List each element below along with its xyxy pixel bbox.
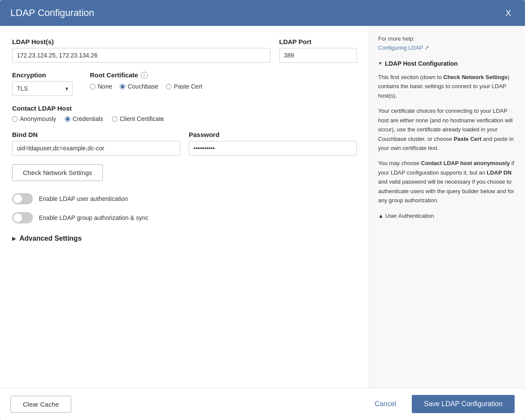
footer-right-actions: Cancel Save LDAP Configuration xyxy=(368,395,515,413)
advanced-label: Advanced Settings xyxy=(19,235,82,242)
main-form-area: LDAP Host(s) LDAP Port Encryption None T… xyxy=(0,26,369,388)
sidebar: For more help: Configuring LDAP ↗ ▼ LDAP… xyxy=(369,26,525,388)
ldap-port-input[interactable] xyxy=(279,48,357,63)
password-group: Password xyxy=(189,131,357,156)
contact-client-cert-option[interactable]: Client Certificate xyxy=(112,115,164,122)
configuring-ldap-link[interactable]: Configuring LDAP ↗ xyxy=(378,45,429,51)
enable-auth-label: Enable LDAP user authentication xyxy=(39,195,128,202)
root-cert-label: Root Certificate xyxy=(90,71,138,79)
contact-anon-label: Anonymously xyxy=(20,115,56,122)
sidebar-collapse-icon: ▼ xyxy=(378,60,382,67)
sidebar-body-3: You may choose Contact LDAP host anonymo… xyxy=(378,159,516,205)
encryption-select[interactable]: None TLS StartTLS xyxy=(12,81,73,96)
enable-group-row: Enable LDAP group authorization & sync xyxy=(12,212,357,223)
sidebar-body-2: Your certificate choices for connecting … xyxy=(378,106,516,153)
contact-credentials-option[interactable]: Credentials xyxy=(65,115,103,122)
save-button[interactable]: Save LDAP Configuration xyxy=(412,395,515,413)
password-input[interactable] xyxy=(189,141,357,156)
enable-group-label: Enable LDAP group authorization & sync xyxy=(39,214,148,221)
toggle-group-slider xyxy=(12,212,33,223)
dialog-footer: Clear Cache Cancel Save LDAP Configurati… xyxy=(0,388,525,420)
sidebar-body-1: This first section (down to Check Networ… xyxy=(378,73,516,100)
bind-dn-input[interactable] xyxy=(12,141,180,156)
enable-group-toggle[interactable] xyxy=(12,212,33,223)
contact-client-cert-label: Client Certificate xyxy=(120,115,164,122)
root-cert-none-label: None xyxy=(98,83,112,90)
enable-auth-row: Enable LDAP user authentication xyxy=(12,193,357,204)
contact-credentials-label: Credentials xyxy=(73,115,103,122)
ldap-port-group: LDAP Port xyxy=(279,38,357,63)
encryption-label: Encryption xyxy=(12,71,73,79)
encryption-group: Encryption None TLS StartTLS ▾ xyxy=(12,71,73,96)
bind-dn-label: Bind DN xyxy=(12,131,180,138)
dialog-title: LDAP Configuration xyxy=(10,7,94,19)
root-cert-paste-label: Paste Cert xyxy=(174,83,202,90)
root-cert-paste-option[interactable]: Paste Cert xyxy=(166,83,202,90)
dialog-body: LDAP Host(s) LDAP Port Encryption None T… xyxy=(0,26,525,388)
ldap-port-label: LDAP Port xyxy=(279,38,357,45)
clear-cache-button[interactable]: Clear Cache xyxy=(10,396,71,413)
info-icon: i xyxy=(141,72,148,79)
root-cert-couchbase-label: Couchbase xyxy=(127,83,158,90)
advanced-arrow-icon: ▶ xyxy=(12,235,16,242)
contact-section: Contact LDAP Host Anonymously Credential… xyxy=(12,105,357,122)
bind-dn-password-row: Bind DN Password xyxy=(12,131,357,156)
ldap-hosts-input[interactable] xyxy=(12,48,270,63)
encryption-root-cert-row: Encryption None TLS StartTLS ▾ Root Cert… xyxy=(12,71,357,96)
password-label: Password xyxy=(189,131,357,138)
sidebar-body-4: ▲ User Authentication xyxy=(378,211,516,220)
enable-auth-toggle[interactable] xyxy=(12,193,33,204)
sidebar-help-prefix: For more help: Configuring LDAP ↗ xyxy=(378,35,516,53)
bind-dn-group: Bind DN xyxy=(12,131,180,156)
encryption-select-wrapper: None TLS StartTLS ▾ xyxy=(12,81,73,96)
root-cert-group: Root Certificate i None Couchbase xyxy=(90,71,202,90)
ldap-hosts-group: LDAP Host(s) xyxy=(12,38,270,63)
ldap-configuration-dialog: LDAP Configuration X LDAP Host(s) LDAP P… xyxy=(0,0,525,420)
root-cert-couchbase-option[interactable]: Couchbase xyxy=(120,83,158,90)
dialog-header: LDAP Configuration X xyxy=(0,0,525,26)
advanced-settings-section[interactable]: ▶ Advanced Settings xyxy=(12,231,357,246)
contact-label: Contact LDAP Host xyxy=(12,105,357,112)
check-network-button[interactable]: Check Network Settings xyxy=(12,164,103,181)
contact-anon-option[interactable]: Anonymously xyxy=(12,115,56,122)
toggle-auth-slider xyxy=(12,193,33,204)
sidebar-section-title: ▼ LDAP Host Configuration xyxy=(378,59,516,68)
contact-radio-group: Anonymously Credentials Client Certifica… xyxy=(12,115,357,122)
root-cert-label-row: Root Certificate i xyxy=(90,71,202,79)
ldap-hosts-label: LDAP Host(s) xyxy=(12,38,270,45)
root-cert-none-option[interactable]: None xyxy=(90,83,112,90)
root-cert-radio-group: None Couchbase Paste Cert xyxy=(90,83,202,90)
close-button[interactable]: X xyxy=(502,7,515,19)
cancel-button[interactable]: Cancel xyxy=(368,396,403,412)
hosts-port-row: LDAP Host(s) LDAP Port xyxy=(12,38,357,63)
